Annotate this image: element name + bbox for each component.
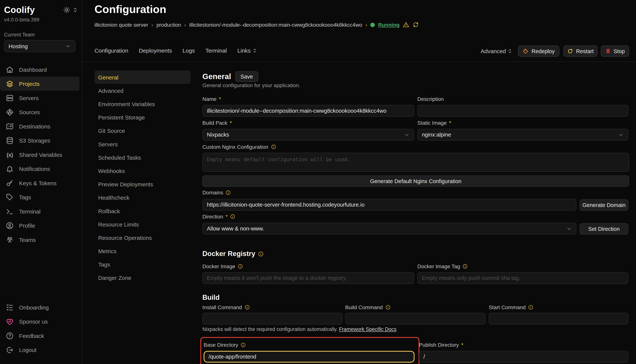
subnav-persistent-storage[interactable]: Persistent Storage: [95, 111, 191, 124]
subnav-git-source[interactable]: Git Source: [95, 124, 191, 137]
sidebar-footer-nav: Onboarding Sponsor us Feedback Logout: [0, 300, 82, 357]
info-icon[interactable]: [226, 190, 231, 195]
info-icon[interactable]: [385, 305, 390, 310]
sidebar-item-notifications[interactable]: Notifications: [0, 162, 80, 176]
info-icon[interactable]: [245, 305, 250, 310]
bell-icon: [6, 165, 14, 173]
build-heading: Build: [202, 294, 220, 302]
sidebar-item-projects[interactable]: Projects: [0, 77, 80, 91]
subnav-healthcheck[interactable]: Healthcheck: [95, 191, 191, 204]
chevron-down-icon: [566, 226, 572, 232]
subnav-general[interactable]: General: [95, 70, 191, 84]
breadcrumb-application[interactable]: illicitestonion/-module--decomposition:m…: [189, 22, 362, 28]
sidebar-item-destinations[interactable]: Destinations: [0, 119, 80, 133]
subnav-advanced[interactable]: Advanced: [95, 84, 191, 97]
subnav-danger-zone[interactable]: Danger Zone: [95, 271, 191, 284]
redeploy-button[interactable]: Redeploy: [518, 46, 559, 57]
subnav-webhooks[interactable]: Webhooks: [95, 164, 191, 178]
info-icon[interactable]: [271, 144, 276, 150]
info-icon[interactable]: [241, 342, 246, 348]
subnav-environment-variables[interactable]: Environment Variables: [95, 97, 191, 111]
theme-sun-icon[interactable]: [63, 6, 70, 14]
domains-label: Domains: [202, 190, 231, 196]
status-badge[interactable]: Running: [378, 22, 400, 28]
info-icon[interactable]: [230, 214, 236, 219]
restart-button[interactable]: Restart: [563, 46, 597, 57]
app-logo: Coolify: [4, 5, 35, 16]
subnav-rollback[interactable]: Rollback: [95, 204, 191, 218]
sidebar-item-dashboard[interactable]: Dashboard: [0, 62, 80, 76]
subnav-resource-limits[interactable]: Resource Limits: [95, 218, 191, 231]
logout-icon: [6, 346, 14, 354]
docker-image-label: Docker Image: [202, 263, 243, 269]
generate-domain-button[interactable]: Generate Domain: [580, 199, 628, 210]
breadcrumb-project[interactable]: illicitonion quote server: [95, 22, 148, 28]
redeploy-icon: [523, 48, 529, 54]
sidebar-item-sources[interactable]: Sources: [0, 105, 80, 119]
docker-image-tag-label: Docker Image Tag: [417, 263, 468, 269]
install-command-input[interactable]: [202, 313, 342, 324]
advanced-menu[interactable]: Advanced: [481, 48, 512, 54]
publish-directory-input[interactable]: [419, 351, 628, 363]
subnav-scheduled-tasks[interactable]: Scheduled Tasks: [95, 151, 191, 164]
required-asterisk: *: [219, 96, 221, 102]
sidebar-item-s3-storages[interactable]: S3 Storages: [0, 133, 80, 148]
sidebar-item-keys-tokens[interactable]: Keys & Tokens: [0, 176, 80, 190]
build-pack-select[interactable]: Nixpacks: [202, 129, 414, 141]
app-version: v4.0.0-beta.399: [4, 17, 39, 23]
map-icon: [6, 122, 14, 130]
sidebar-item-feedback[interactable]: Feedback: [0, 328, 80, 342]
base-directory-label: Base Directory: [204, 342, 246, 348]
users-icon: [6, 236, 14, 244]
team-select[interactable]: Hosting: [4, 40, 76, 52]
save-button[interactable]: Save: [235, 71, 258, 82]
base-directory-input[interactable]: [204, 351, 415, 363]
sidebar-item-shared-variables[interactable]: (x) Shared Variables: [0, 148, 80, 162]
build-command-input[interactable]: [345, 313, 486, 324]
info-icon[interactable]: [528, 305, 533, 310]
warning-triangle-icon[interactable]: [403, 22, 409, 28]
static-image-select[interactable]: nginx:alpine: [417, 129, 628, 141]
sidebar-item-terminal[interactable]: Terminal: [0, 204, 80, 218]
subnav-preview-deployments[interactable]: Preview Deployments: [95, 178, 191, 191]
direction-select[interactable]: Allow www & non-www.: [202, 223, 576, 234]
chevron-right-icon: ›: [184, 22, 186, 28]
required-asterisk: *: [226, 214, 228, 220]
name-input[interactable]: [202, 105, 414, 117]
start-command-input[interactable]: [489, 313, 628, 324]
tab-deployments[interactable]: Deployments: [139, 47, 172, 54]
subnav-tags[interactable]: Tags: [95, 258, 191, 271]
docker-image-tag-input[interactable]: [417, 272, 628, 284]
breadcrumb-environment[interactable]: production: [156, 22, 181, 28]
theme-selector-icon[interactable]: [73, 7, 78, 12]
docker-image-input[interactable]: [202, 272, 414, 284]
sidebar-item-teams[interactable]: Teams: [0, 232, 80, 246]
sidebar-item-onboarding[interactable]: Onboarding: [0, 300, 80, 314]
subnav-metrics[interactable]: Metrics: [95, 244, 191, 258]
tab-logs[interactable]: Logs: [183, 47, 195, 54]
refresh-status-icon[interactable]: [412, 22, 419, 28]
info-icon[interactable]: [463, 264, 468, 269]
sidebar-item-logout[interactable]: Logout: [0, 343, 80, 357]
set-direction-button[interactable]: Set Direction: [580, 223, 628, 234]
header-divider: [82, 62, 636, 62]
info-icon[interactable]: [238, 264, 243, 269]
custom-nginx-textarea[interactable]: [202, 153, 629, 172]
settings-subnav: General Advanced Environment Variables P…: [95, 70, 191, 284]
framework-docs-link[interactable]: Framework Specific Docs: [339, 326, 397, 332]
subnav-resource-operations[interactable]: Resource Operations: [95, 231, 191, 244]
domains-input[interactable]: [202, 199, 576, 211]
stop-button[interactable]: Stop: [601, 46, 629, 57]
sidebar-item-tags[interactable]: Tags: [0, 190, 80, 204]
sidebar-item-sponsor[interactable]: Sponsor us: [0, 314, 80, 328]
sidebar: Coolify v4.0.0-beta.399 Current Team Hos…: [0, 0, 82, 364]
generate-nginx-button[interactable]: Generate Default Nginx Configuration: [202, 176, 629, 187]
tab-links[interactable]: Links: [237, 47, 257, 54]
tab-terminal[interactable]: Terminal: [205, 47, 227, 54]
sidebar-item-profile[interactable]: Profile: [0, 218, 80, 232]
tab-configuration[interactable]: Configuration: [95, 47, 128, 54]
description-input[interactable]: [417, 105, 628, 117]
subnav-servers[interactable]: Servers: [95, 137, 191, 151]
sidebar-item-servers[interactable]: Servers: [0, 91, 80, 105]
info-icon[interactable]: [258, 251, 264, 257]
